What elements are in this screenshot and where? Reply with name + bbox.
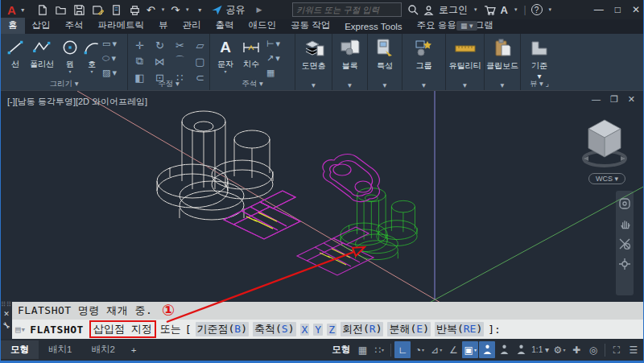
- doc-restore-button[interactable]: ❐: [610, 94, 618, 105]
- block-button[interactable]: 블록: [332, 36, 367, 72]
- panel-modify-label[interactable]: 수정 ▾: [128, 79, 209, 89]
- open-file-icon[interactable]: [54, 3, 68, 16]
- dimension-button[interactable]: 치수: [239, 36, 263, 70]
- workspace-gear-icon[interactable]: ⚙▾: [551, 341, 568, 358]
- isodraft-toggle[interactable]: ⊿▾: [428, 341, 444, 358]
- circle-button[interactable]: 원 ▾: [58, 36, 82, 73]
- ribbon-tab[interactable]: Express Tools: [337, 20, 409, 34]
- layout-tab[interactable]: 모형: [1, 340, 39, 359]
- annotation-visibility-toggle[interactable]: [479, 341, 495, 358]
- help-icon[interactable]: ?: [531, 4, 543, 15]
- polar-tracking-toggle[interactable]: ◔▾: [411, 341, 427, 358]
- app-store-cart-icon[interactable]: [484, 5, 496, 15]
- panel-annotation-label[interactable]: 주석 ▾: [210, 79, 295, 89]
- undo-icon[interactable]: ↶: [147, 4, 155, 16]
- annotation-scale-icon[interactable]: [513, 341, 529, 358]
- qat-customize-icon[interactable]: ▼: [196, 7, 204, 13]
- panel-layers-caret[interactable]: ▾: [295, 80, 332, 89]
- new-file-icon[interactable]: [35, 3, 49, 16]
- doc-close-button[interactable]: ✕: [628, 94, 635, 105]
- autoscale-toggle[interactable]: [496, 341, 512, 358]
- redo-dropdown-icon[interactable]: ▾: [184, 6, 191, 13]
- ribbon-tab[interactable]: 공동 작업: [283, 18, 337, 34]
- move-icon[interactable]: ✛: [130, 37, 150, 53]
- login-button[interactable]: 로그인: [439, 3, 468, 17]
- panel-block-caret[interactable]: ▾: [332, 80, 367, 89]
- mirror-icon[interactable]: ⋈: [150, 53, 170, 69]
- clean-screen-button[interactable]: ⛶: [609, 341, 625, 358]
- viewport-controls[interactable]: [-][남동 등각투영][2D 와이어프레임]: [7, 96, 147, 108]
- ribbon-tab[interactable]: 관리: [175, 18, 208, 34]
- pan-hand-icon[interactable]: [619, 217, 631, 230]
- ribbon-extra-button[interactable]: ▦ ▾: [456, 21, 477, 31]
- command-keyword[interactable]: 축척(S): [253, 322, 295, 336]
- navigation-bar[interactable]: [616, 191, 634, 295]
- search-icon[interactable]: [407, 4, 419, 15]
- logo-dropdown-icon[interactable]: ▼: [19, 7, 27, 13]
- redo-icon[interactable]: ↷: [171, 4, 180, 16]
- ribbon-tab[interactable]: 애드인: [242, 18, 284, 34]
- command-keyword[interactable]: X: [300, 324, 310, 336]
- toolbar-expand-icon[interactable]: ▶: [257, 6, 262, 14]
- arc-button[interactable]: 호 ▾: [80, 36, 104, 73]
- save-as-icon[interactable]: [91, 3, 105, 16]
- command-window-grip[interactable]: ⠿⠿ ✕ 🔧︎: [1, 302, 12, 339]
- ribbon-tab[interactable]: 출력: [208, 18, 242, 34]
- ellipse-tool-button[interactable]: ⬭ ▾: [102, 52, 117, 64]
- login-dropdown-icon[interactable]: ▾: [473, 6, 479, 13]
- ribbon-tab[interactable]: 홈: [1, 18, 25, 34]
- layers-button[interactable]: 도면층: [295, 36, 332, 72]
- autocad-logo-icon[interactable]: A: [1, 3, 19, 17]
- zoom-icon[interactable]: [618, 237, 631, 250]
- layout-tab[interactable]: 배치1: [39, 340, 81, 359]
- undo-dropdown-icon[interactable]: ▾: [160, 6, 167, 13]
- wcs-menu[interactable]: WCS ▾: [588, 173, 625, 184]
- doc-minimize-button[interactable]: —: [592, 94, 601, 105]
- panel-properties-caret[interactable]: ▾: [368, 80, 402, 89]
- command-keyword[interactable]: 분해(E): [387, 322, 430, 336]
- ribbon-tab[interactable]: 주석: [58, 18, 91, 34]
- nav-wheel-icon[interactable]: [618, 197, 631, 210]
- maximize-button[interactable]: □: [615, 4, 621, 15]
- base-button[interactable]: 기준 ▾: [521, 36, 558, 80]
- command-keyword[interactable]: 반복(RE): [435, 322, 484, 336]
- groups-button[interactable]: 그룹: [402, 36, 445, 72]
- erase-icon[interactable]: ▱: [190, 37, 210, 53]
- trim-icon[interactable]: ✂: [170, 37, 190, 53]
- drawing-canvas[interactable]: [-][남동 등각투영][2D 와이어프레임] — ❐ ✕ WCS ▾: [1, 90, 644, 302]
- command-keyword[interactable]: 기준점(B): [196, 322, 249, 336]
- model-space-button[interactable]: 모형: [332, 344, 350, 356]
- command-close-icon[interactable]: ✕: [3, 310, 10, 318]
- panel-utilities-caret[interactable]: ▾: [446, 80, 484, 89]
- plot-icon[interactable]: [128, 3, 142, 16]
- scale-list-button[interactable]: 1:1 ▾: [530, 341, 551, 358]
- ribbon-tab[interactable]: 주요 응용프로그램: [410, 18, 501, 34]
- ribbon-tab[interactable]: 뷰: [151, 18, 175, 34]
- customization-button[interactable]: ✚: [568, 341, 584, 358]
- search-box[interactable]: [292, 2, 402, 17]
- recent-commands-icon[interactable]: ▤▾: [15, 324, 26, 335]
- autodesk-dropdown-icon[interactable]: ▾: [513, 6, 519, 13]
- autodesk-icon[interactable]: A: [501, 4, 508, 16]
- new-layout-button[interactable]: +: [125, 343, 143, 357]
- panel-clipboard-caret[interactable]: ▾: [485, 80, 520, 89]
- ribbon-tab[interactable]: 파라메트릭: [91, 18, 152, 34]
- close-button[interactable]: ✕: [632, 4, 640, 15]
- command-input-line[interactable]: ▤▾ FLATSHOT 삽입점 지정 또는 [ 기준점(B)축척(S)XYZ회전…: [12, 320, 644, 339]
- object-snap-tracking-toggle[interactable]: ∠: [445, 341, 461, 358]
- command-keyword[interactable]: Y: [313, 324, 323, 336]
- command-keyword[interactable]: 회전(R): [341, 322, 383, 336]
- share-button[interactable]: 공유: [211, 3, 246, 17]
- search-input[interactable]: [293, 5, 401, 14]
- rectangle-tool-button[interactable]: ▭ ▾: [102, 38, 117, 50]
- rotate-icon[interactable]: ↻: [150, 37, 170, 53]
- polyline-button[interactable]: 폴리선: [27, 36, 56, 70]
- panel-draw-label[interactable]: 그리기 ▾: [1, 79, 127, 89]
- ribbon-tab[interactable]: 삽입: [25, 18, 58, 34]
- line-button[interactable]: 선: [3, 36, 27, 70]
- minimize-button[interactable]: —: [594, 4, 604, 15]
- explode-icon[interactable]: ▢: [190, 53, 210, 69]
- grid-toggle[interactable]: ▦: [354, 341, 370, 358]
- properties-button[interactable]: 특성: [368, 36, 402, 72]
- panel-view-label[interactable]: 뷰 ▾ ⌟: [521, 79, 558, 89]
